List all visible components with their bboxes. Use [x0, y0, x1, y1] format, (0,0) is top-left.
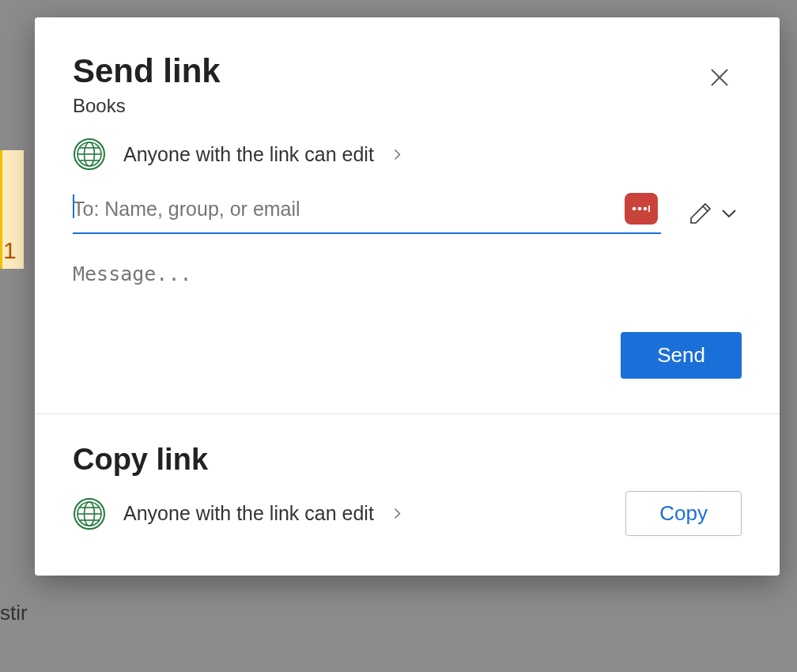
chevron-down-icon	[721, 209, 737, 218]
copy-link-title: Copy link	[73, 443, 742, 477]
copy-link-permission-selector[interactable]: Anyone with the link can edit	[73, 497, 403, 530]
dialog-subtitle: Books	[73, 95, 742, 117]
globe-icon	[73, 138, 106, 171]
svg-point-10	[644, 207, 648, 211]
svg-point-8	[633, 207, 636, 211]
background-row-number: 1	[3, 237, 17, 264]
link-permission-selector[interactable]: Anyone with the link can edit	[35, 117, 780, 182]
globe-icon	[73, 497, 106, 530]
recipient-input-wrapper	[73, 193, 661, 234]
send-button-row: Send	[35, 321, 780, 413]
recipient-input[interactable]	[73, 198, 625, 221]
send-link-dialog: Send link Books Anyone with the link can…	[35, 17, 780, 576]
text-cursor	[73, 194, 74, 218]
chevron-right-icon	[391, 508, 403, 519]
copy-link-row: Anyone with the link can edit Copy	[73, 491, 742, 536]
send-button[interactable]: Send	[621, 332, 742, 379]
svg-point-9	[638, 207, 642, 211]
password-manager-badge[interactable]	[625, 193, 658, 225]
message-area	[35, 234, 780, 321]
ellipsis-icon	[631, 204, 652, 213]
close-icon	[708, 66, 731, 89]
close-button[interactable]	[701, 59, 738, 96]
chevron-right-icon	[391, 149, 403, 160]
background-text-fragment: stir	[0, 601, 28, 625]
copy-link-section: Copy link Anyone with the link can edit …	[35, 414, 780, 576]
pencil-icon	[688, 201, 713, 226]
permission-label: Anyone with the link can edit	[123, 143, 374, 166]
svg-line-12	[703, 206, 708, 211]
copy-link-permission-label: Anyone with the link can edit	[123, 502, 374, 525]
dialog-title: Send link	[73, 52, 742, 90]
copy-button[interactable]: Copy	[625, 491, 742, 536]
dialog-header: Send link Books	[35, 17, 780, 117]
edit-permission-dropdown[interactable]	[683, 196, 742, 231]
recipient-row	[35, 182, 780, 234]
message-input[interactable]	[73, 262, 742, 310]
